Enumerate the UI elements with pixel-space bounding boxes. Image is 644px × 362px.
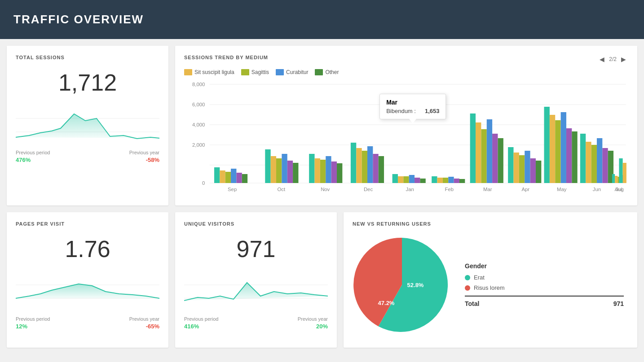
svg-rect-64 — [519, 155, 525, 183]
legend-item-2: Sagittis — [241, 69, 269, 75]
svg-rect-23 — [282, 154, 287, 183]
svg-rect-58 — [487, 119, 492, 183]
sessions-trend-title: SESSIONS TREND BY MEDIUM — [184, 55, 268, 60]
unique-visitors-value: 971 — [184, 231, 328, 267]
svg-rect-24 — [287, 161, 293, 183]
bar-chart-svg: 8,000 6,000 4,000 2,000 0 Sep — [184, 80, 628, 196]
pages-per-visit-card: PAGES PER VISIT 1.76 Previous period — [7, 212, 168, 348]
svg-rect-31 — [331, 161, 337, 183]
chart-navigation: ◀ 2/2 ▶ — [597, 55, 628, 64]
svg-rect-14 — [220, 170, 225, 183]
svg-rect-21 — [271, 156, 276, 183]
svg-rect-52 — [454, 179, 459, 183]
legend-color-2 — [241, 69, 249, 75]
svg-rect-27 — [309, 154, 314, 183]
gender-total: Total 971 — [465, 296, 624, 307]
ppv-change-labels: 12% -65% — [16, 323, 159, 330]
legend-color-1 — [184, 69, 192, 75]
svg-rect-37 — [367, 146, 373, 183]
svg-rect-63 — [514, 153, 519, 183]
legend-label-3: Curabitur — [286, 69, 308, 75]
uv-year-label: Previous year — [298, 316, 328, 322]
gender-dot-1 — [465, 275, 470, 280]
svg-rect-72 — [561, 112, 566, 183]
legend-label-2: Sagittis — [251, 69, 269, 75]
gender-legend: Gender Erat Risus lorem Total 971 — [460, 258, 628, 312]
red-pct-label: 47.2% — [378, 300, 395, 306]
svg-text:Mar: Mar — [483, 187, 492, 192]
svg-rect-65 — [525, 151, 530, 183]
svg-rect-56 — [476, 122, 481, 183]
svg-rect-22 — [276, 158, 282, 183]
svg-rect-30 — [326, 156, 331, 183]
svg-rect-78 — [591, 145, 597, 183]
previous-period-label: Previous period — [16, 150, 50, 155]
svg-rect-28 — [315, 158, 320, 183]
svg-rect-74 — [572, 131, 577, 183]
uv-period-labels: Previous period Previous year — [184, 316, 328, 322]
pages-per-visit-title: PAGES PER VISIT — [16, 221, 159, 227]
sessions-trend-card: SESSIONS TREND BY MEDIUM ◀ 2/2 ▶ Sit sus… — [175, 46, 637, 205]
ppv-period-label: Previous period — [16, 316, 50, 322]
svg-rect-59 — [492, 134, 498, 183]
total-sessions-change-labels: 476% -58% — [16, 157, 159, 163]
svg-rect-43 — [403, 176, 409, 183]
svg-text:2,000: 2,000 — [192, 142, 205, 148]
svg-text:Feb: Feb — [445, 187, 454, 192]
page-title: TRAFFIC OVERVIEW — [13, 13, 144, 26]
svg-rect-70 — [550, 115, 555, 183]
svg-rect-80 — [602, 148, 608, 183]
svg-rect-50 — [443, 178, 448, 183]
ppv-year-label: Previous year — [129, 316, 159, 322]
svg-rect-41 — [393, 174, 398, 183]
pages-per-visit-value: 1.76 — [16, 231, 159, 267]
legend-label-1: Sit suscipit ligula — [194, 69, 234, 75]
svg-rect-17 — [236, 173, 242, 183]
gender-label-2: Risus lorem — [474, 284, 505, 291]
total-label: Total — [465, 300, 479, 307]
next-page-button[interactable]: ▶ — [619, 55, 628, 64]
svg-rect-53 — [459, 179, 465, 183]
page-indicator: 2/2 — [609, 56, 617, 62]
page-header: TRAFFIC OVERVIEW — [0, 0, 644, 39]
uv-period-label: Previous period — [184, 316, 218, 322]
prev-page-button[interactable]: ◀ — [597, 55, 607, 64]
svg-rect-20 — [265, 149, 270, 183]
previous-year-label: Previous year — [129, 150, 159, 155]
svg-rect-66 — [530, 158, 536, 183]
total-sessions-period-labels: Previous period Previous year — [16, 150, 159, 155]
total-sessions-sparkline — [16, 105, 159, 145]
legend-item-1: Sit suscipit ligula — [184, 69, 234, 75]
svg-rect-71 — [555, 120, 560, 183]
svg-rect-73 — [566, 128, 572, 183]
total-sessions-card: TOTAL SESSIONS 1,712 Previous period Pre… — [7, 46, 168, 205]
svg-text:Aug: Aug — [615, 187, 624, 192]
svg-rect-42 — [398, 176, 403, 183]
svg-text:Nov: Nov — [321, 187, 330, 192]
svg-text:4,000: 4,000 — [192, 122, 205, 127]
svg-rect-62 — [508, 147, 513, 183]
svg-rect-48 — [432, 176, 437, 183]
svg-rect-44 — [409, 175, 415, 183]
bar-chart-container: 8,000 6,000 4,000 2,000 0 Sep — [184, 80, 628, 196]
legend-color-4 — [315, 69, 323, 75]
svg-rect-76 — [580, 134, 586, 183]
svg-text:Sep: Sep — [228, 187, 237, 192]
pie-chart-svg: 52.8% 47.2% — [353, 236, 451, 334]
svg-rect-36 — [362, 151, 367, 183]
svg-rect-77 — [586, 142, 591, 183]
total-value: 971 — [613, 300, 624, 307]
svg-rect-88 — [619, 158, 622, 183]
year-change: -58% — [146, 157, 159, 163]
gender-dot-2 — [465, 285, 470, 291]
svg-rect-67 — [536, 161, 541, 183]
gender-label-1: Erat — [474, 274, 485, 281]
period-change: 476% — [16, 157, 31, 163]
pie-section: 52.8% 47.2% Gender Erat Risus lorem — [353, 231, 628, 339]
svg-rect-18 — [242, 174, 247, 183]
dashboard: TOTAL SESSIONS 1,712 Previous period Pre… — [0, 39, 644, 354]
unique-visitors-title: UNIQUE VISITORS — [184, 221, 328, 227]
new-vs-returning-card: NEW VS RETURNING USERS — [344, 212, 637, 348]
svg-rect-45 — [415, 178, 420, 183]
svg-text:0: 0 — [202, 180, 205, 186]
